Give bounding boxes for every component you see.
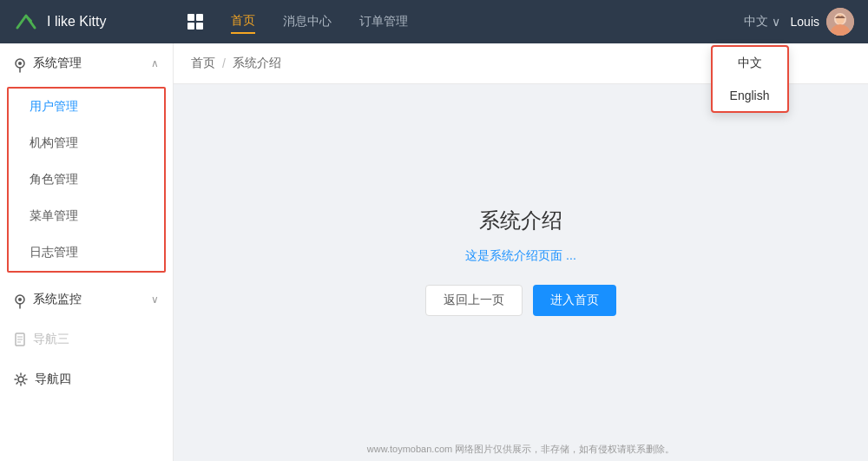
svg-point-3 bbox=[836, 14, 845, 24]
logo-icon bbox=[14, 9, 40, 35]
sidebar-group-nav3: 导航三 bbox=[0, 319, 173, 359]
footer-watermark: www.toymoban.com 网络图片仅供展示，非存储，如有侵权请联系删除。 bbox=[174, 438, 868, 461]
content-buttons: 返回上一页 进入首页 bbox=[425, 285, 616, 316]
lang-current: 中文 bbox=[744, 14, 768, 30]
location-icon-2 bbox=[14, 293, 26, 306]
nav-item-orders[interactable]: 订单管理 bbox=[359, 10, 408, 33]
breadcrumb-home[interactable]: 首页 bbox=[191, 56, 215, 71]
enter-home-button[interactable]: 进入首页 bbox=[533, 285, 616, 316]
sidebar-group-nav4-header[interactable]: 导航四 bbox=[0, 359, 173, 399]
chevron-down-icon-2: ∨ bbox=[151, 293, 159, 306]
sidebar-item-role-mgmt[interactable]: 角色管理 bbox=[9, 161, 164, 198]
location-icon bbox=[14, 57, 26, 69]
content-area: 系统介绍 这是系统介绍页面 ... 返回上一页 进入首页 bbox=[174, 84, 868, 438]
user-name: Louis bbox=[791, 15, 819, 29]
sidebar-group-nav4-label: 导航四 bbox=[35, 372, 71, 387]
sidebar-group-system-header[interactable]: 系统管理 ∧ bbox=[0, 43, 173, 83]
content-description: 这是系统介绍页面 ... bbox=[465, 248, 576, 264]
sidebar-item-log-mgmt[interactable]: 日志管理 bbox=[9, 234, 164, 271]
sidebar-menu-system: 用户管理 机构管理 角色管理 菜单管理 日志管理 bbox=[7, 87, 166, 273]
gear-icon bbox=[14, 372, 28, 386]
sidebar-group-nav3-label: 导航三 bbox=[33, 332, 69, 347]
sidebar-item-org-mgmt[interactable]: 机构管理 bbox=[9, 125, 164, 161]
sidebar-group-nav4: 导航四 bbox=[0, 359, 173, 399]
svg-point-7 bbox=[18, 298, 22, 301]
lang-option-en[interactable]: English bbox=[713, 80, 787, 111]
nav-item-home[interactable]: 首页 bbox=[231, 10, 255, 34]
sidebar-group-monitor: 系统监控 ∨ bbox=[0, 280, 173, 319]
sidebar-group-system-label: 系统管理 bbox=[33, 56, 82, 71]
app-title: I like Kitty bbox=[47, 14, 106, 30]
sidebar-group-system: 系统管理 ∧ 用户管理 机构管理 角色管理 菜单管理 日志管理 bbox=[0, 43, 173, 273]
logo[interactable]: I like Kitty bbox=[14, 9, 187, 35]
nav-item-messages[interactable]: 消息中心 bbox=[283, 10, 332, 33]
breadcrumb-current: 系统介绍 bbox=[233, 56, 281, 71]
sidebar-group-nav3-header[interactable]: 导航三 bbox=[0, 319, 173, 359]
svg-point-12 bbox=[18, 377, 23, 382]
sidebar-item-user-mgmt[interactable]: 用户管理 bbox=[9, 89, 164, 125]
chevron-up-icon: ∧ bbox=[151, 57, 159, 69]
user-info[interactable]: Louis bbox=[791, 8, 854, 36]
main-nav: 首页 消息中心 订单管理 bbox=[187, 10, 744, 34]
sidebar-group-monitor-label: 系统监控 bbox=[33, 292, 82, 307]
lang-dropdown: 中文 English bbox=[711, 45, 789, 113]
back-button[interactable]: 返回上一页 bbox=[425, 285, 523, 316]
sidebar-item-menu-mgmt[interactable]: 菜单管理 bbox=[9, 198, 164, 234]
content-title: 系统介绍 bbox=[479, 207, 562, 234]
lang-option-zh[interactable]: 中文 bbox=[713, 47, 787, 80]
breadcrumb-separator: / bbox=[222, 56, 226, 70]
svg-point-5 bbox=[18, 62, 22, 65]
sidebar-group-monitor-header[interactable]: 系统监控 ∨ bbox=[0, 280, 173, 319]
grid-icon[interactable] bbox=[187, 14, 203, 30]
header-right: 中文 ∨ 中文 English Louis bbox=[744, 8, 854, 36]
file-icon bbox=[14, 333, 26, 346]
avatar bbox=[826, 8, 854, 36]
chevron-down-icon: ∨ bbox=[772, 15, 780, 29]
sidebar: 系统管理 ∧ 用户管理 机构管理 角色管理 菜单管理 日志管理 bbox=[0, 43, 174, 461]
lang-switcher[interactable]: 中文 ∨ 中文 English bbox=[744, 14, 780, 30]
header: I like Kitty 首页 消息中心 订单管理 中文 ∨ 中文 Englis… bbox=[0, 0, 868, 43]
